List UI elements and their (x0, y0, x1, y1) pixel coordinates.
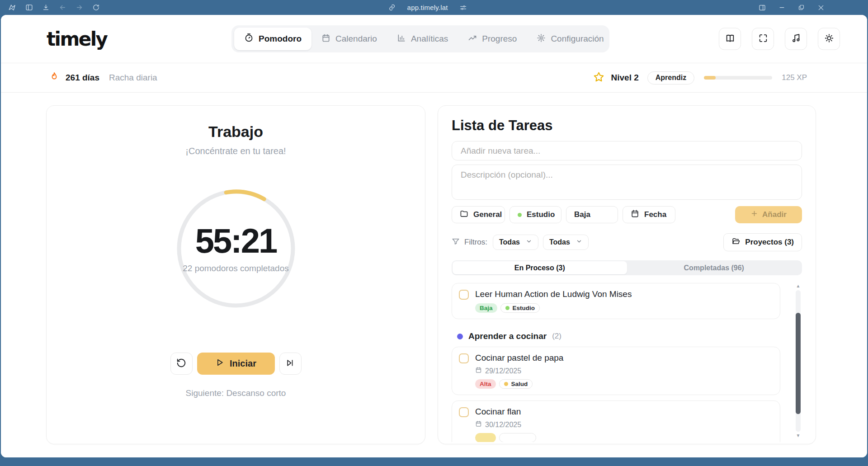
add-label: Añadir (762, 210, 787, 219)
tab-pomodoro[interactable]: Pomodoro (234, 28, 311, 50)
priority-filter-value: Todas (549, 238, 570, 246)
tab-calendario[interactable]: Calendario (311, 28, 387, 50)
priority-badge-partial (475, 433, 496, 442)
task-list-title: Lista de Tareas (452, 118, 802, 134)
forward-icon[interactable] (75, 4, 83, 11)
rank-badge: Aprendiz (647, 71, 694, 85)
skip-forward-icon (286, 358, 295, 369)
status-filter-select[interactable]: Todas (493, 235, 538, 250)
back-icon[interactable] (59, 4, 66, 11)
tab-completed[interactable]: Completadas (96) (627, 261, 802, 274)
priority-badge: Alta (475, 379, 496, 389)
project-count: (2) (552, 332, 561, 341)
start-button[interactable]: Iniciar (197, 353, 275, 375)
task-title: Leer Human Action de Ludwig Von Mises (475, 289, 632, 299)
folder-open-icon (731, 237, 740, 248)
fullscreen-icon (758, 33, 768, 45)
timer-time: 55:21 (195, 224, 276, 258)
fullscreen-button[interactable] (752, 28, 774, 50)
book-open-icon (725, 33, 735, 45)
pomodoros-completed: 22 pomodoros completados (183, 264, 288, 273)
sidebar-toggle-icon[interactable] (25, 4, 33, 11)
add-task-button[interactable]: Añadir (735, 206, 802, 223)
task-checkbox[interactable] (459, 407, 469, 417)
stopwatch-icon (244, 33, 254, 45)
pomodoro-card: Trabajo ¡Concéntrate en tu tarea! 55:21 … (46, 105, 425, 444)
projects-label: Proyectos (3) (745, 238, 794, 247)
tune-icon[interactable] (460, 4, 467, 11)
task-tabs: En Proceso (3) Completadas (96) (452, 260, 802, 275)
scroll-down-arrow[interactable]: ▼ (794, 433, 802, 439)
date-button[interactable]: Fecha (623, 206, 675, 223)
guide-button[interactable] (719, 28, 741, 50)
priority-badge: Baja (475, 303, 497, 313)
reset-button[interactable] (170, 353, 193, 375)
tab-configuracion[interactable]: Configuración (527, 28, 613, 50)
address-bar[interactable]: app.timely.lat (389, 4, 467, 11)
scrollbar-thumb[interactable] (796, 313, 801, 414)
minimize-icon[interactable] (778, 4, 785, 11)
task-item[interactable]: Leer Human Action de Ludwig Von Mises Ba… (452, 283, 780, 319)
star-icon (593, 71, 604, 85)
rotate-ccw-icon (176, 358, 186, 369)
new-task-input[interactable] (452, 141, 802, 160)
main-nav: Pomodoro Calendario Analíticas Progreso (231, 25, 609, 52)
close-icon[interactable] (817, 4, 825, 11)
url-text: app.timely.lat (407, 4, 448, 11)
category-dot (505, 306, 509, 310)
tab-label: Analíticas (411, 34, 448, 44)
tag-dot (518, 213, 522, 217)
download-icon[interactable] (42, 4, 50, 11)
browser-logo-icon (8, 4, 16, 12)
plus-icon (750, 210, 758, 220)
tab-label: Calendario (335, 34, 377, 44)
gear-icon (537, 33, 546, 45)
streak-days: 261 días (66, 73, 99, 83)
browser-chrome: app.timely.lat (0, 0, 868, 15)
project-group-header: Aprender a cocinar (2) (457, 331, 780, 341)
category-badge-partial (499, 433, 536, 442)
reload-icon[interactable] (92, 4, 100, 11)
streak-label: Racha diaria (109, 73, 157, 83)
tab-progreso[interactable]: Progreso (458, 28, 527, 50)
projects-button[interactable]: Proyectos (3) (723, 233, 802, 251)
music-note-icon (791, 33, 801, 45)
priority-button[interactable]: Baja (566, 206, 618, 223)
category-button[interactable]: General (452, 206, 505, 223)
task-title: Cocinar flan (475, 407, 536, 417)
sun-icon (824, 33, 834, 45)
task-checkbox[interactable] (459, 353, 469, 363)
scroll-up-arrow[interactable]: ▲ (794, 283, 802, 289)
timer-subtitle: ¡Concéntrate en tu tarea! (185, 146, 286, 156)
task-list: Leer Human Action de Ludwig Von Mises Ba… (452, 283, 802, 442)
chevron-down-icon (526, 238, 532, 246)
tab-in-progress[interactable]: En Proceso (3) (453, 261, 627, 274)
trending-up-icon (468, 33, 477, 45)
header-actions (719, 28, 840, 50)
tag-label: Estudio (527, 210, 555, 219)
app-logo: timely (47, 28, 107, 50)
panel-right-icon[interactable] (759, 4, 766, 11)
project-dot (457, 334, 463, 339)
start-label: Iniciar (230, 358, 256, 369)
task-checkbox[interactable] (459, 290, 469, 300)
task-item[interactable]: Cocinar pastel de papa 29/12/2025 Alta (452, 347, 780, 395)
skip-button[interactable] (279, 353, 302, 375)
music-button[interactable] (785, 28, 807, 50)
xp-text: 125 XP (782, 73, 807, 82)
play-icon (215, 358, 224, 369)
calendar-small-icon (475, 367, 482, 375)
scrollbar[interactable]: ▲ ▼ (794, 283, 802, 439)
tab-analiticas[interactable]: Analíticas (387, 28, 458, 50)
task-item[interactable]: Cocinar flan 30/12/2025 (452, 400, 780, 442)
restore-icon[interactable] (798, 4, 805, 11)
calendar-icon (631, 209, 639, 220)
link-icon (389, 4, 396, 11)
app-header: timely Pomodoro Calendario Analíticas (1, 15, 867, 63)
next-phase-text: Siguiente: Descanso corto (186, 388, 286, 398)
priority-filter-select[interactable]: Todas (543, 235, 589, 250)
theme-button[interactable] (818, 28, 840, 50)
task-description-input[interactable] (452, 165, 802, 200)
tag-button[interactable]: Estudio (509, 206, 561, 223)
task-list-card: Lista de Tareas General Estudio Baja (438, 105, 816, 444)
